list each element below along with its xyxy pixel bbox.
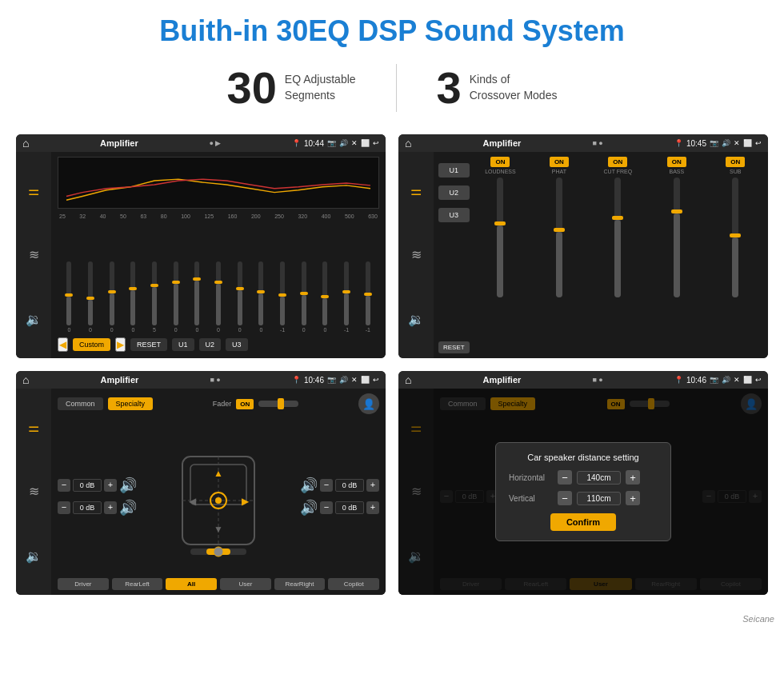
xo-on-bass[interactable]: ON [667, 157, 686, 167]
xo-slider-phat[interactable] [556, 177, 562, 297]
profile-icon-3[interactable]: 👤 [358, 393, 379, 414]
eq-track-5[interactable] [174, 261, 178, 325]
home-icon-3[interactable]: ⌂ [22, 373, 29, 386]
eq-slider-10[interactable]: -1 [273, 261, 293, 333]
eq-track-8[interactable] [238, 261, 242, 325]
xo-u1-btn[interactable]: U1 [438, 163, 470, 177]
dialog-confirm-btn[interactable]: Confirm [550, 513, 616, 531]
spk-minus-tr[interactable]: − [320, 479, 333, 492]
dialog-horiz-plus[interactable]: + [626, 470, 640, 485]
spk-specialty-tab-3[interactable]: Specialty [108, 397, 154, 410]
xo-reset-btn[interactable]: RESET [438, 341, 470, 353]
eq-thumb-14[interactable] [364, 293, 372, 296]
eq-thumb-7[interactable] [214, 281, 222, 284]
eq-slider-12[interactable]: 0 [315, 261, 335, 333]
xo-on-loudness[interactable]: ON [490, 157, 510, 167]
fader-thumb-3[interactable] [278, 398, 284, 409]
eq-icon-3[interactable]: ⚌ [28, 420, 39, 435]
xo-slider-cutfreq[interactable] [614, 177, 621, 297]
eq-track-2[interactable] [110, 261, 114, 325]
eq-slider-6[interactable]: 0 [187, 261, 207, 333]
eq-thumb-8[interactable] [236, 287, 244, 290]
xo-thumb-cutfreq[interactable] [612, 216, 623, 220]
vol-down-icon-2[interactable]: 🔉 [408, 312, 424, 327]
eq-track-11[interactable] [302, 261, 306, 325]
eq-slider-3[interactable]: 0 [123, 261, 143, 333]
eq-thumb-13[interactable] [342, 290, 350, 293]
eq-thumb-11[interactable] [300, 292, 308, 295]
eq-slider-2[interactable]: 0 [102, 261, 122, 333]
home-icon-1[interactable]: ⌂ [22, 137, 29, 150]
eq-slider-7[interactable]: 0 [209, 261, 229, 333]
dialog-horiz-minus[interactable]: − [558, 470, 572, 485]
spk-rearright-btn-3[interactable]: RearRight [274, 578, 326, 590]
fader-on-btn-3[interactable]: ON [236, 399, 254, 409]
xo-on-sub[interactable]: ON [726, 157, 745, 167]
spk-user-btn-3[interactable]: User [220, 578, 271, 590]
home-icon-2[interactable]: ⌂ [405, 137, 411, 150]
eq-thumb-2[interactable] [108, 290, 116, 293]
spk-rearleft-btn-3[interactable]: RearLeft [112, 578, 163, 590]
eq-track-13[interactable] [344, 261, 349, 325]
spk-minus-tl[interactable]: − [58, 479, 70, 492]
eq-track-1[interactable] [88, 261, 93, 325]
eq-next-btn[interactable]: ▶ [115, 337, 126, 352]
spk-minus-bl[interactable]: − [58, 501, 70, 514]
eq-slider-4[interactable]: 5 [145, 261, 165, 333]
vol-down-icon-1[interactable]: 🔉 [26, 312, 42, 327]
eq-slider-1[interactable]: 0 [81, 261, 101, 333]
spk-minus-br[interactable]: − [320, 501, 333, 514]
spk-plus-tr[interactable]: + [366, 479, 379, 492]
spk-copilot-btn-3[interactable]: Copilot [328, 578, 379, 590]
wave-icon-3[interactable]: ≋ [29, 484, 39, 499]
xo-slider-bass[interactable] [674, 177, 680, 297]
dialog-vert-plus[interactable]: + [626, 491, 640, 505]
home-icon-4[interactable]: ⌂ [405, 373, 411, 386]
xo-u3-btn[interactable]: U3 [438, 208, 470, 222]
eq-u2-btn[interactable]: U2 [199, 338, 222, 351]
spk-plus-br[interactable]: + [366, 501, 379, 514]
spk-plus-tl[interactable]: + [104, 479, 117, 492]
xo-thumb-phat[interactable] [554, 228, 565, 232]
eq-slider-11[interactable]: 0 [294, 261, 314, 333]
xo-u2-btn[interactable]: U2 [438, 185, 470, 200]
xo-thumb-loudness[interactable] [494, 221, 506, 225]
xo-on-phat[interactable]: ON [550, 157, 569, 167]
xo-on-cutfreq[interactable]: ON [608, 157, 627, 167]
xo-thumb-sub[interactable] [730, 233, 741, 237]
eq-track-6[interactable] [194, 261, 199, 325]
eq-slider-8[interactable]: 0 [230, 261, 250, 333]
spk-all-btn-3[interactable]: All [166, 578, 217, 590]
eq-thumb-4[interactable] [150, 284, 158, 287]
eq-icon-2[interactable]: ⚌ [410, 183, 422, 198]
eq-slider-9[interactable]: 0 [251, 261, 271, 333]
spk-driver-btn-3[interactable]: Driver [58, 578, 109, 590]
spk-plus-bl[interactable]: + [104, 501, 117, 514]
xo-thumb-bass[interactable] [671, 209, 682, 213]
eq-u1-btn[interactable]: U1 [172, 338, 194, 351]
eq-thumb-10[interactable] [278, 293, 286, 297]
eq-reset-btn[interactable]: RESET [130, 338, 167, 351]
eq-thumb-5[interactable] [172, 281, 180, 284]
eq-track-12[interactable] [322, 261, 327, 325]
eq-thumb-0[interactable] [65, 293, 73, 297]
dialog-vert-minus[interactable]: − [558, 491, 572, 505]
eq-thumb-3[interactable] [129, 287, 137, 290]
eq-thumb-6[interactable] [193, 277, 201, 281]
eq-track-4[interactable] [152, 261, 157, 325]
xo-slider-loudness[interactable] [497, 177, 503, 297]
wave-icon-2[interactable]: ≋ [411, 247, 422, 262]
eq-track-7[interactable] [216, 261, 221, 325]
eq-track-0[interactable] [66, 261, 71, 325]
eq-track-10[interactable] [280, 261, 285, 325]
eq-thumb-12[interactable] [321, 295, 329, 298]
eq-slider-13[interactable]: -1 [337, 261, 357, 333]
fader-track-3[interactable] [258, 401, 298, 407]
wave-icon-1[interactable]: ≋ [29, 247, 39, 262]
eq-icon-1[interactable]: ⚌ [28, 183, 39, 198]
eq-slider-0[interactable]: 0 [59, 261, 79, 333]
eq-custom-btn[interactable]: Custom [73, 338, 110, 351]
vol-down-icon-3[interactable]: 🔉 [26, 548, 42, 564]
eq-slider-5[interactable]: 0 [166, 261, 186, 333]
eq-u3-btn[interactable]: U3 [226, 338, 248, 351]
